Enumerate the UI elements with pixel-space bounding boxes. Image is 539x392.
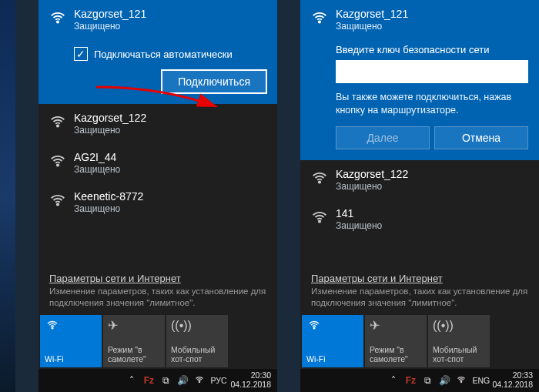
svg-point-2: [57, 164, 59, 166]
network-settings-sub: Изменение параметров, таких как установл…: [38, 286, 277, 315]
tray-chevron-icon[interactable]: ˄: [387, 375, 400, 386]
svg-point-8: [319, 220, 320, 222]
network-status: Защищено: [74, 21, 266, 32]
svg-point-0: [57, 21, 59, 22]
auto-connect-checkbox[interactable]: ✓: [74, 47, 88, 61]
network-settings-sub: Изменение параметров, таких как установл…: [300, 286, 539, 315]
network-list: Kazgorset_121 Защищено Введите ключ безо…: [300, 0, 539, 265]
hotspot-icon: ((•)): [433, 319, 454, 333]
tile-wifi[interactable]: Wi-Fi: [302, 315, 363, 367]
taskbar: ˄ Fz ⧉ 🔊 РУС 20:30 04.12.2018: [38, 369, 277, 392]
tray-volume-icon[interactable]: 🔊: [176, 375, 189, 386]
tray-dropbox-icon[interactable]: ⧉: [159, 375, 172, 386]
svg-point-7: [319, 181, 320, 183]
network-item[interactable]: Keenetic-8772 Защищено: [38, 183, 277, 222]
tile-hotspot[interactable]: ((•)) Мобильный хот-спот: [428, 315, 490, 367]
tile-airplane[interactable]: ✈ Режим "в самолете": [103, 315, 165, 367]
network-name: 141: [336, 207, 382, 219]
tray-date: 04.12.2018: [492, 380, 533, 390]
svg-point-6: [319, 21, 320, 22]
tray-volume-icon[interactable]: 🔊: [438, 375, 450, 386]
password-input[interactable]: [336, 60, 528, 83]
network-item[interactable]: 141 Защищено: [300, 199, 539, 239]
wifi-icon: [49, 9, 66, 26]
wifi-flyout-left: Kazgorset_121 Защищено ✓ Подключаться ав…: [38, 0, 277, 392]
tray-clock[interactable]: 20:33 04.12.2018: [489, 371, 536, 389]
tray-lang[interactable]: ENG: [472, 376, 484, 385]
network-expanded: ✓ Подключаться автоматически Подключитьс…: [38, 39, 277, 104]
svg-point-3: [57, 203, 59, 205]
taskbar: ˄ Fz ⧉ 🔊 ENG 20:33 04.12.2018: [300, 369, 539, 392]
network-status: Защищено: [74, 125, 146, 136]
wps-hint: Вы также можете подключиться, нажав кноп…: [336, 91, 528, 117]
wifi-icon: [45, 319, 60, 334]
network-name: Kazgorset_121: [336, 8, 528, 20]
network-item[interactable]: Kazgorset_122 Защищено: [38, 104, 277, 143]
network-item[interactable]: Kazgorset_122 Защищено: [300, 160, 539, 199]
network-status: Защищено: [74, 203, 143, 214]
password-panel: Введите ключ безопасности сети Вы также …: [300, 39, 539, 160]
tray-lang[interactable]: РУС: [210, 376, 223, 385]
wifi-icon: [311, 9, 328, 26]
wifi-icon: [311, 209, 328, 226]
network-status: Защищено: [336, 21, 528, 32]
cancel-button[interactable]: Отмена: [434, 126, 528, 149]
tile-airplane[interactable]: ✈ Режим "в самолете": [365, 315, 427, 367]
airplane-icon: ✈: [108, 319, 118, 333]
tray-filezilla-icon[interactable]: Fz: [404, 375, 417, 386]
hotspot-icon: ((•)): [171, 319, 192, 333]
network-settings-link[interactable]: Параметры сети и Интернет: [300, 265, 539, 286]
tray-dropbox-icon[interactable]: ⧉: [421, 375, 434, 386]
wifi-secure-icon: [49, 113, 66, 130]
action-tiles: Wi-Fi ✈ Режим "в самолете" ((•)) Мобильн…: [38, 315, 277, 369]
network-list: Kazgorset_121 Защищено ✓ Подключаться ав…: [38, 0, 277, 265]
wifi-flyout-right: Kazgorset_121 Защищено Введите ключ безо…: [300, 0, 539, 392]
svg-point-4: [52, 327, 53, 329]
svg-point-1: [57, 125, 59, 126]
tile-label: Режим "в самолете": [108, 345, 160, 364]
tray-network-icon[interactable]: [455, 375, 467, 387]
tile-label: Режим "в самолете": [370, 345, 422, 364]
network-item-selected[interactable]: Kazgorset_121 Защищено: [38, 0, 277, 39]
network-item[interactable]: AG2I_44 Защищено: [38, 143, 277, 183]
svg-point-5: [199, 381, 200, 382]
auto-connect-row[interactable]: ✓ Подключаться автоматически: [74, 39, 266, 70]
airplane-icon: ✈: [370, 319, 380, 333]
network-status: Защищено: [336, 220, 382, 231]
wifi-secure-icon: [311, 169, 328, 186]
auto-connect-label: Подключаться автоматически: [94, 49, 233, 60]
tray-date: 04.12.2018: [230, 380, 271, 390]
tile-label: Wi-Fi: [45, 354, 97, 364]
network-name: Keenetic-8772: [74, 190, 143, 203]
network-settings-link[interactable]: Параметры сети и Интернет: [38, 265, 277, 286]
network-item-selected[interactable]: Kazgorset_121 Защищено: [300, 0, 539, 39]
action-tiles: Wi-Fi ✈ Режим "в самолете" ((•)) Мобильн…: [300, 315, 539, 369]
network-status: Защищено: [74, 164, 120, 175]
svg-point-9: [313, 327, 315, 329]
tray-filezilla-icon[interactable]: Fz: [142, 375, 155, 386]
network-name: Kazgorset_122: [74, 112, 146, 124]
wifi-secure-icon: [49, 152, 66, 169]
tile-wifi[interactable]: Wi-Fi: [40, 315, 102, 367]
desktop-sliver-left: [0, 0, 15, 392]
tile-hotspot[interactable]: ((•)) Мобильный хот-спот: [166, 315, 228, 367]
wifi-icon: [306, 319, 322, 334]
tray-clock[interactable]: 20:30 04.12.2018: [227, 371, 274, 389]
svg-point-10: [461, 381, 462, 382]
wifi-secure-icon: [49, 192, 66, 209]
network-name: Kazgorset_121: [74, 8, 266, 20]
tile-label: Мобильный хот-спот: [171, 345, 223, 364]
next-button[interactable]: Далее: [336, 126, 430, 149]
password-label: Введите ключ безопасности сети: [336, 44, 528, 55]
tile-label: Wi-Fi: [306, 354, 359, 364]
network-name: AG2I_44: [74, 151, 120, 163]
connect-button[interactable]: Подключиться: [162, 70, 266, 93]
tile-label: Мобильный хот-спот: [433, 345, 485, 364]
network-name: Kazgorset_122: [336, 168, 408, 180]
tray-network-icon[interactable]: [193, 375, 206, 387]
tray-chevron-icon[interactable]: ˄: [126, 375, 138, 386]
network-status: Защищено: [336, 181, 408, 192]
